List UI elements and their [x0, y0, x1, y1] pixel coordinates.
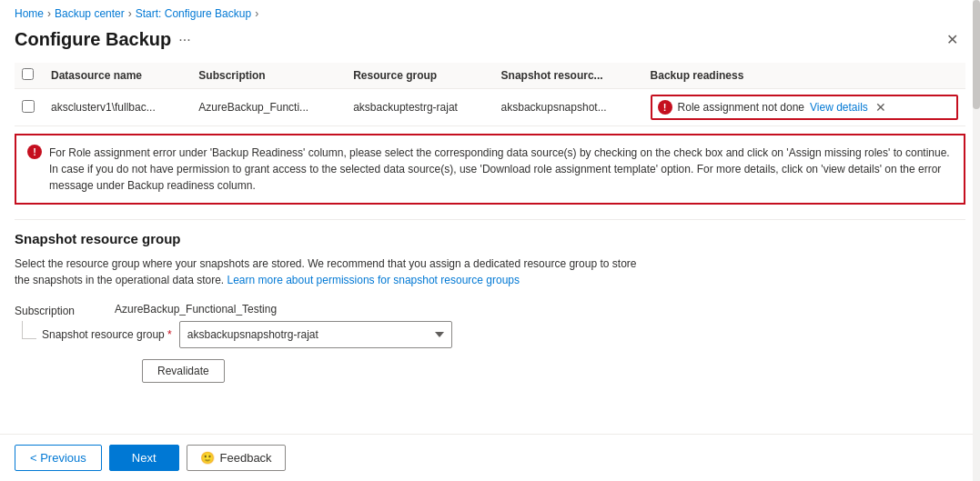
next-button[interactable]: Next [109, 445, 179, 471]
title-options-button[interactable]: ··· [178, 32, 190, 48]
previous-button[interactable]: < Previous [15, 445, 102, 471]
error-box: ! For Role assignment error under 'Backu… [15, 134, 965, 205]
breadcrumb-home[interactable]: Home [15, 7, 44, 20]
col-header-backup-readiness: Backup readiness [643, 63, 965, 89]
col-header-checkbox [15, 63, 44, 89]
snapshot-rg-field: Snapshot resource group * aksbackupsnaps… [42, 321, 452, 348]
scrollbar-track[interactable] [973, 0, 980, 481]
row-checkbox[interactable] [22, 100, 35, 113]
snapshot-rg-label: Snapshot resource group * [42, 328, 172, 341]
row-checkbox-cell[interactable] [15, 89, 44, 126]
snapshot-section-desc: Select the resource group where your sna… [15, 256, 652, 288]
footer: < Previous Next 🙂 Feedback [0, 434, 980, 481]
feedback-icon: 🙂 [200, 451, 215, 465]
col-header-datasource: Datasource name [44, 63, 191, 89]
table-row: aksclusterv1\fullbac... AzureBackup_Func… [15, 89, 965, 126]
feedback-label: Feedback [220, 451, 272, 465]
required-star: * [167, 328, 172, 341]
backup-readiness-cell: ! Role assignment not done View details … [643, 89, 965, 126]
subscription-cell: AzureBackup_Functi... [191, 89, 346, 126]
close-button[interactable]: ✕ [939, 27, 965, 52]
col-header-resource-group: Resource group [346, 63, 493, 89]
role-error-text: Role assignment not done [678, 101, 804, 114]
snapshot-section-title: Snapshot resource group [15, 231, 965, 246]
scrollbar-thumb[interactable] [973, 0, 980, 109]
error-icon: ! [27, 145, 42, 159]
col-header-subscription: Subscription [191, 63, 346, 89]
page-title-row: Configure Backup ··· ✕ [0, 24, 980, 63]
breadcrumb-backup-center[interactable]: Backup center [55, 7, 125, 20]
learn-more-link[interactable]: Learn more about permissions for snapsho… [227, 274, 520, 286]
view-details-link[interactable]: View details [810, 101, 868, 114]
subscription-row: Subscription AzureBackup_Functional_Test… [15, 303, 965, 317]
breadcrumb: Home › Backup center › Start: Configure … [0, 0, 980, 24]
feedback-button[interactable]: 🙂 Feedback [187, 445, 286, 471]
revalidate-button[interactable]: Revalidate [142, 359, 225, 383]
subscription-label: Subscription [15, 303, 115, 317]
resource-group-cell: aksbackuptestrg-rajat [346, 89, 493, 126]
datasource-cell: aksclusterv1\fullbac... [44, 89, 191, 126]
snapshot-cell: aksbackupsnapshot... [494, 89, 643, 126]
snapshot-rg-dropdown[interactable]: aksbackupsnapshotrg-rajat [179, 321, 452, 348]
snapshot-rg-row: Snapshot resource group * aksbackupsnaps… [15, 321, 965, 348]
main-content: Datasource name Subscription Resource gr… [0, 63, 980, 424]
error-box-text: For Role assignment error under 'Backup … [49, 145, 953, 194]
subscription-value: AzureBackup_Functional_Testing [115, 303, 277, 316]
role-error-container: ! Role assignment not done View details … [651, 95, 958, 120]
datasource-table: Datasource name Subscription Resource gr… [15, 63, 965, 126]
select-all-checkbox[interactable] [22, 68, 34, 80]
page-title: Configure Backup [15, 29, 171, 50]
snapshot-section: Snapshot resource group Select the resou… [15, 231, 965, 383]
dismiss-row-button[interactable]: ✕ [874, 100, 888, 115]
previous-label: < Previous [30, 451, 86, 465]
role-error-icon: ! [658, 100, 672, 115]
breadcrumb-configure-backup[interactable]: Start: Configure Backup [136, 7, 251, 20]
col-header-snapshot: Snapshot resourc... [494, 63, 643, 89]
